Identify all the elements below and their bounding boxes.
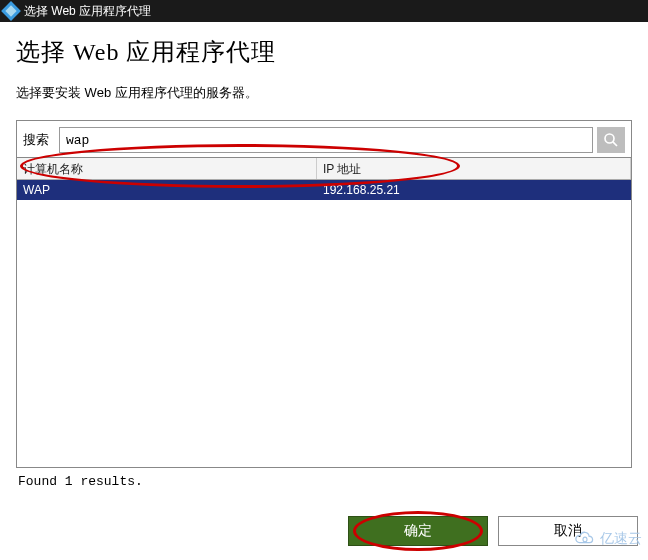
table-body: WAP 192.168.25.21 [17, 180, 631, 467]
column-computer-name[interactable]: 计算机名称 [17, 158, 317, 179]
svg-point-0 [605, 134, 614, 143]
cell-computer-name: WAP [17, 183, 317, 197]
ok-button[interactable]: 确定 [348, 516, 488, 546]
column-ip-address[interactable]: IP 地址 [317, 158, 631, 179]
cell-ip-address: 192.168.25.21 [317, 183, 631, 197]
dialog-content: 选择 Web 应用程序代理 选择要安装 Web 应用程序代理的服务器。 搜索 计… [0, 22, 648, 495]
status-text: Found 1 results. [16, 468, 632, 495]
window-title: 选择 Web 应用程序代理 [24, 3, 151, 20]
search-panel: 搜索 [16, 120, 632, 158]
dialog-heading: 选择 Web 应用程序代理 [16, 36, 632, 68]
button-bar: 确定 取消 [348, 516, 638, 546]
dialog-instruction: 选择要安装 Web 应用程序代理的服务器。 [16, 84, 632, 102]
search-label: 搜索 [23, 131, 55, 149]
cancel-button[interactable]: 取消 [498, 516, 638, 546]
table-row[interactable]: WAP 192.168.25.21 [17, 180, 631, 200]
results-table: 计算机名称 IP 地址 WAP 192.168.25.21 [16, 158, 632, 468]
app-icon [1, 1, 21, 21]
ok-button-label: 确定 [404, 522, 432, 538]
title-bar: 选择 Web 应用程序代理 [0, 0, 648, 22]
cancel-button-label: 取消 [554, 522, 582, 538]
svg-line-1 [613, 142, 617, 146]
search-button[interactable] [597, 127, 625, 153]
search-input[interactable] [59, 127, 593, 153]
table-header: 计算机名称 IP 地址 [17, 158, 631, 180]
search-icon [602, 131, 620, 149]
